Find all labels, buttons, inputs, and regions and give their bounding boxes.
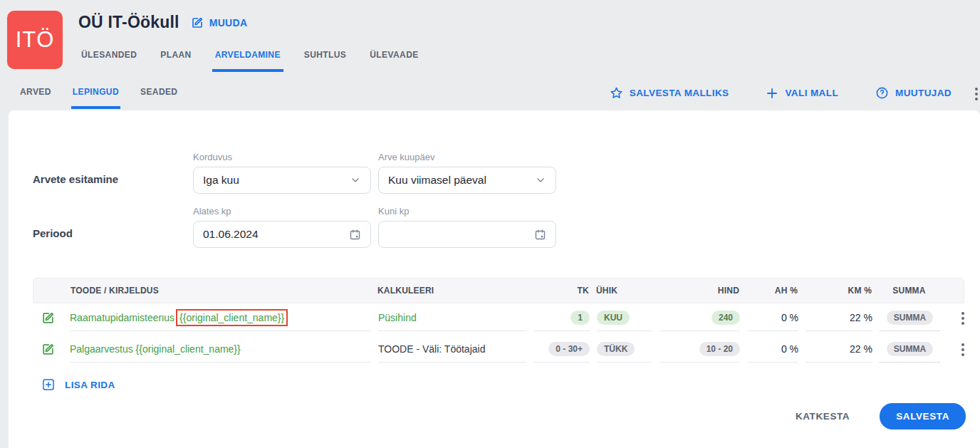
variable-token: {{original_client_name}} <box>179 312 284 323</box>
unit-field[interactable]: KUU <box>597 305 652 331</box>
recurrence-value: Iga kuu <box>203 174 239 187</box>
end-date-label: Kuni kp <box>378 206 556 217</box>
col-header-unit: ÜHIK <box>596 286 652 296</box>
edit-company-button[interactable]: MUUDA <box>191 16 248 29</box>
billing-section-label: Arvete esitamine <box>33 152 193 194</box>
page-title: OÜ IT-Öökull <box>78 13 179 32</box>
annotation-highlight-box: {{original_client_name}} <box>176 309 288 326</box>
col-header-discount: AH % <box>746 286 798 296</box>
sum-field: SUMMA <box>880 305 940 331</box>
tab-suhtlus[interactable]: SUHTLUS <box>301 44 349 72</box>
table-row: Palgaarvestus {{original_client_name}} T… <box>33 335 964 366</box>
edit-row-icon[interactable] <box>33 343 63 356</box>
plus-icon <box>766 87 778 100</box>
price-field[interactable]: 240 <box>660 305 740 331</box>
recurrence-select[interactable]: Iga kuu <box>193 167 371 194</box>
calendar-icon <box>349 229 361 241</box>
period-section-label: Periood <box>33 206 193 248</box>
sub-nav: ARVED LEPINGUD SEADED SALVESTA MALLIKS V… <box>19 80 980 109</box>
recurrence-label: Korduvus <box>193 152 371 162</box>
qty-field[interactable]: 0 - 30+ <box>534 336 590 363</box>
tab-plaan[interactable]: PLAAN <box>157 44 194 72</box>
chevron-down-icon <box>535 174 546 186</box>
edit-company-label: MUUDA <box>209 17 248 28</box>
start-date-label: Alates kp <box>193 206 371 217</box>
calc-method-field[interactable]: TOODE - Väli: Töötajaid <box>378 336 527 363</box>
variables-button[interactable]: MUUTUJAD <box>875 86 952 100</box>
col-header-qty: TK <box>533 286 589 296</box>
calendar-icon <box>534 229 546 241</box>
col-header-product: TOODE / KIRJELDUS <box>71 286 370 296</box>
qty-field[interactable]: 1 <box>534 305 590 331</box>
col-header-price: HIND <box>659 286 739 296</box>
table-header-row: TOODE / KIRJELDUS KALKULEERI TK ÜHIK HIN… <box>33 278 964 303</box>
row-menu-icon[interactable] <box>961 341 964 358</box>
vat-field[interactable]: 22 % <box>806 305 872 331</box>
product-name-field[interactable]: Palgaarvestus {{original_client_name}} <box>70 336 371 363</box>
star-icon <box>610 86 623 100</box>
col-header-calculate: KALKULEERI <box>377 286 526 296</box>
company-logo: ITÖ <box>7 11 63 69</box>
subtab-arved[interactable]: ARVED <box>19 80 53 109</box>
discount-field[interactable]: 0 % <box>747 336 798 363</box>
unit-field[interactable]: TÜKK <box>597 336 652 363</box>
tab-arveldamine[interactable]: ARVELDAMINE <box>212 44 283 72</box>
col-header-sum: SUMMA <box>879 286 939 296</box>
cancel-button[interactable]: KATKESTA <box>796 411 850 422</box>
product-name-text: Raamatupidamisteenus <box>70 312 174 323</box>
more-options-icon[interactable] <box>973 85 980 103</box>
row-menu-icon[interactable] <box>961 310 964 327</box>
subtab-lepingud[interactable]: LEPINGUD <box>71 80 120 109</box>
invoice-date-value: Kuu viimasel päeval <box>388 174 486 187</box>
chevron-down-icon <box>350 174 361 186</box>
products-table: TOODE / KIRJELDUS KALKULEERI TK ÜHIK HIN… <box>33 278 964 366</box>
choose-template-label: VALI MALL <box>785 88 838 98</box>
plus-square-icon <box>41 377 56 392</box>
edit-pencil-icon <box>191 16 204 29</box>
invoice-date-label: Arve kuupäev <box>378 152 556 162</box>
invoice-date-select[interactable]: Kuu viimasel päeval <box>378 167 556 194</box>
save-as-template-button[interactable]: SALVESTA MALLIKS <box>610 86 729 100</box>
add-row-button[interactable]: LISA RIDA <box>41 377 115 392</box>
start-date-value: 01.06.2024 <box>203 228 259 241</box>
save-as-template-label: SALVESTA MALLIKS <box>630 88 729 98</box>
contract-card: Arvete esitamine Korduvus Iga kuu Arve k… <box>9 110 980 448</box>
discount-field[interactable]: 0 % <box>747 305 798 331</box>
tab-ulevaade[interactable]: ÜLEVAADE <box>367 44 421 72</box>
start-date-input[interactable]: 01.06.2024 <box>193 221 371 248</box>
choose-template-button[interactable]: VALI MALL <box>766 87 838 100</box>
table-row: Raamatupidamisteenus{{original_client_na… <box>33 303 964 335</box>
col-header-vat: KM % <box>805 286 872 296</box>
product-name-field[interactable]: Raamatupidamisteenus{{original_client_na… <box>70 305 371 331</box>
tab-ulesanded[interactable]: ÜLESANDED <box>78 44 140 72</box>
end-date-input[interactable] <box>378 221 556 248</box>
edit-row-icon[interactable] <box>33 311 63 325</box>
price-field[interactable]: 10 - 20 <box>660 336 740 363</box>
sum-field: SUMMA <box>880 336 940 363</box>
save-button[interactable]: SALVESTA <box>880 403 966 429</box>
help-icon <box>875 86 889 100</box>
vat-field[interactable]: 22 % <box>806 336 872 363</box>
subtab-seaded[interactable]: SEADED <box>139 80 179 109</box>
calc-method-field[interactable]: Püsihind <box>378 305 527 331</box>
add-row-label: LISA RIDA <box>65 380 115 390</box>
main-tabs: ÜLESANDED PLAAN ARVELDAMINE SUHTLUS ÜLEV… <box>78 44 422 72</box>
variables-label: MUUTUJAD <box>895 88 952 98</box>
